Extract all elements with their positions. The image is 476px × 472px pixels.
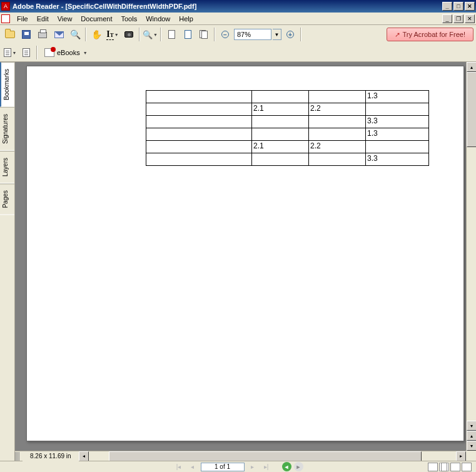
page-down-button[interactable]: ▾ (467, 441, 476, 451)
doc-tool-2-button[interactable] (19, 45, 34, 60)
table-cell: 2.1 (252, 141, 309, 153)
menu-window[interactable]: Window (141, 14, 175, 24)
table-row: 1.3 (146, 128, 429, 141)
table-cell (146, 116, 252, 128)
menu-edit[interactable]: Edit (33, 14, 53, 24)
toolbar-separator (139, 28, 140, 41)
titlebar: A Adobe Reader - [SpecificCellWithDiffer… (0, 0, 476, 13)
zoom-out-button[interactable]: − (218, 27, 233, 42)
prev-page-button[interactable]: ◂ (187, 462, 198, 471)
menu-help[interactable]: Help (175, 14, 198, 24)
zoom-in-button[interactable]: 🔍▼ (143, 27, 158, 42)
fit-width-button[interactable] (196, 27, 211, 42)
app-name: Adobe Reader (13, 3, 59, 10)
page-icon (168, 30, 175, 39)
secondary-toolbar: ▼ eBooks ▼ (0, 44, 476, 61)
scroll-left-button[interactable]: ◂ (79, 451, 89, 461)
scroll-thumb-horizontal[interactable] (109, 451, 422, 461)
menu-view[interactable]: View (53, 14, 77, 24)
go-forward-button[interactable]: ► (294, 462, 303, 471)
vertical-scrollbar[interactable]: ▴ ▾ ▴ ▾ (466, 62, 476, 451)
scroll-up-button[interactable]: ▴ (467, 62, 476, 72)
open-icon (5, 31, 15, 38)
statusbar: |◂ ◂ 1 of 1 ▸ ▸| ◄ ► (0, 461, 476, 472)
zoom-dropdown[interactable]: ▼ (273, 29, 281, 40)
save-icon (22, 30, 31, 39)
table-row: 3.3 (146, 116, 429, 128)
menubar: File Edit View Document Tools Window Hel… (0, 13, 476, 25)
tab-signatures[interactable]: Signatures (0, 107, 14, 151)
document-name: [SpecificCellWithDifferentWidthPDF.pdf] (65, 3, 196, 10)
mdi-restore-button[interactable]: ❐ (453, 14, 463, 23)
toolbar-separator (85, 28, 86, 41)
save-button[interactable] (19, 27, 34, 42)
table-row: 1.3 (146, 91, 429, 103)
ebooks-button[interactable]: eBooks ▼ (40, 46, 92, 59)
scroll-right-button[interactable]: ▸ (456, 451, 466, 461)
open-button[interactable] (3, 27, 18, 42)
menu-tools[interactable]: Tools (117, 14, 142, 24)
table-cell (252, 116, 309, 128)
adobe-reader-icon: A (1, 2, 10, 11)
document-icon (1, 14, 10, 23)
continuous-facing-layout-button[interactable] (462, 463, 472, 471)
table-cell (366, 141, 429, 153)
go-back-button[interactable]: ◄ (282, 462, 291, 471)
table-cell (366, 103, 429, 116)
table-row: 3.3 (146, 153, 429, 166)
mdi-minimize-button[interactable]: _ (442, 14, 452, 23)
table-cell (146, 103, 252, 116)
maximize-button[interactable]: □ (453, 2, 463, 11)
doc-icon (4, 48, 11, 57)
select-text-button[interactable]: IT▼ (105, 27, 120, 42)
fit-width-icon (200, 30, 208, 39)
window-title: Adobe Reader - [SpecificCellWithDifferen… (13, 3, 442, 10)
actual-size-button[interactable] (164, 27, 179, 42)
chevron-down-icon: ▼ (114, 33, 119, 37)
minimize-button[interactable]: _ (442, 2, 452, 11)
next-page-button[interactable]: ▸ (247, 462, 258, 471)
scroll-thumb-vertical[interactable] (467, 72, 476, 147)
zoom-input[interactable]: 87% (234, 29, 271, 40)
menu-document[interactable]: Document (76, 14, 116, 24)
tab-bookmarks[interactable]: Bookmarks (0, 62, 14, 107)
email-button[interactable] (51, 27, 66, 42)
single-page-layout-button[interactable] (428, 463, 438, 471)
pane-resize-handle[interactable] (15, 452, 20, 461)
print-button[interactable] (35, 27, 50, 42)
table-row: 2.12.2 (146, 103, 429, 116)
facing-layout-button[interactable] (450, 463, 460, 471)
snapshot-button[interactable] (121, 27, 136, 42)
last-page-button[interactable]: ▸| (261, 462, 272, 471)
toolbar-separator (160, 28, 161, 41)
scroll-down-button[interactable]: ▾ (467, 421, 476, 431)
toolbar-separator (214, 28, 215, 41)
continuous-layout-button[interactable] (439, 463, 449, 471)
tab-pages[interactable]: Pages (0, 183, 14, 215)
search-button[interactable]: 🔍 (68, 27, 83, 42)
doc-tool-1-button[interactable]: ▼ (3, 45, 18, 60)
close-button[interactable]: ✕ (465, 2, 475, 11)
hand-icon: ✋ (91, 29, 102, 39)
first-page-button[interactable]: |◂ (173, 462, 185, 471)
table-cell (309, 153, 366, 166)
table-cell (309, 128, 366, 141)
zoom-in-plus-button[interactable]: + (283, 27, 298, 42)
tab-layers[interactable]: Layers (0, 151, 14, 183)
table-cell: 2.2 (309, 103, 366, 116)
document-viewport[interactable]: 1.32.12.23.31.32.12.23.3 ▴ ▾ ▴ ▾ 8.26 x … (15, 62, 476, 461)
fit-page-button[interactable] (180, 27, 195, 42)
try-acrobat-label: Try Acrobat for Free! (403, 31, 465, 38)
mdi-close-button[interactable]: ✕ (465, 14, 475, 23)
pdf-table: 1.32.12.23.31.32.12.23.3 (146, 90, 429, 166)
table-cell (252, 153, 309, 166)
horizontal-scrollbar[interactable]: 8.26 x 11.69 in ◂ ▸ (15, 451, 466, 461)
arrow-icon: ➚ (395, 31, 400, 39)
page-up-button[interactable]: ▴ (467, 431, 476, 441)
table-cell (309, 116, 366, 128)
hand-tool-button[interactable]: ✋ (89, 27, 104, 42)
try-acrobat-button[interactable]: ➚ Try Acrobat for Free! (387, 28, 473, 41)
chevron-down-icon: ▼ (153, 33, 158, 37)
menu-file[interactable]: File (13, 14, 33, 24)
page-number-input[interactable]: 1 of 1 (201, 463, 245, 471)
